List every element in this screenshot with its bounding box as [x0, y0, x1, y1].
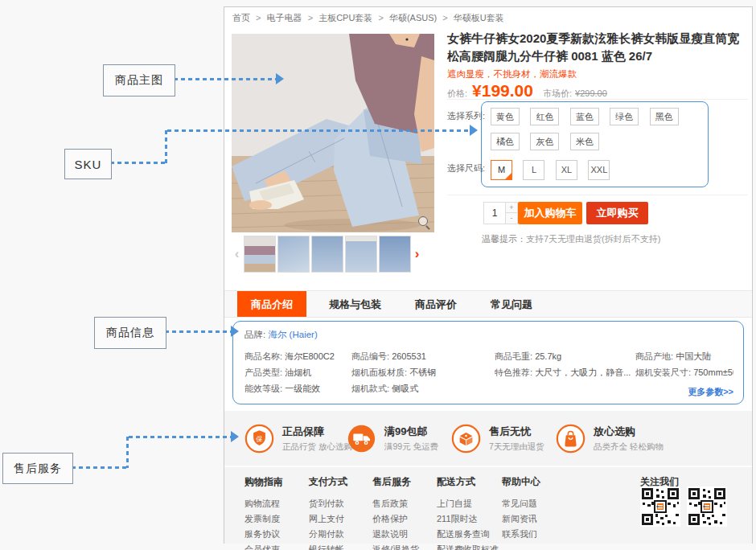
series-option[interactable]: 橘色 — [491, 133, 520, 150]
footer-col-after-sale: 售后服务 售后政策 价格保护 退款说明 返修/退换货 取消订单 — [372, 475, 419, 550]
detail-tabbar: 商品介绍 规格与包装 商品评价 常见问题 — [224, 290, 752, 318]
brand-link[interactable]: 海尔 (Haier) — [268, 330, 317, 339]
annotation-arrowhead — [231, 326, 239, 337]
market-price-value: ¥299.00 — [575, 88, 607, 98]
price-row: 价格: ¥199.00 市场价: ¥299.00 — [447, 81, 607, 101]
footer-col-shopping-guide: 购物指南 购物流程 发票制度 服务协议 会员优惠 — [244, 475, 283, 550]
annotation-product-info: 商品信息 — [94, 317, 166, 349]
product-main-image[interactable] — [232, 34, 434, 232]
footer-link[interactable]: 211限时达 — [437, 511, 499, 527]
magnifier-icon[interactable] — [417, 215, 431, 229]
footer-link[interactable]: 上门自提 — [437, 496, 499, 511]
footer-link[interactable]: 配送费收取标准 — [437, 542, 499, 550]
footer-link[interactable]: 新闻资讯 — [502, 511, 540, 527]
return-box-icon — [451, 424, 481, 454]
size-option[interactable]: XL — [556, 160, 577, 180]
series-option[interactable]: 黑色 — [650, 108, 679, 125]
thumbnail-2[interactable] — [277, 236, 310, 273]
series-option[interactable]: 蓝色 — [570, 108, 599, 125]
product-info-box: 品牌: 海尔 (Haier) 商品名称: 海尔E800C2 商品编号: 2605… — [232, 321, 744, 404]
breadcrumb-item[interactable]: 主板CPU套装 — [318, 13, 372, 23]
thumbs-next-icon[interactable]: › — [411, 246, 423, 262]
thumbnail-5[interactable] — [379, 236, 411, 273]
footer-link[interactable]: 银行转帐 — [309, 542, 347, 550]
footer-col-help: 帮助中心 常见问题 新闻资讯 联系我们 — [502, 475, 540, 542]
footer-link[interactable]: 常见问题 — [502, 496, 540, 511]
thumbs-prev-icon[interactable]: ‹ — [232, 246, 242, 262]
annotation-arrowhead — [276, 73, 284, 84]
series-option[interactable]: 绿色 — [610, 108, 639, 125]
footer-col-payment: 支付方式 货到付款 网上支付 分期付款 银行转帐 — [309, 475, 347, 550]
attribute: 烟机安装尺寸: 750mm±50mm（烟... — [635, 364, 733, 380]
series-option[interactable]: 红色 — [530, 108, 559, 125]
service-desc: 7天无理由退货 — [489, 441, 544, 453]
footer-link[interactable]: 退款说明 — [372, 527, 419, 542]
size-label: 选择尺码: — [447, 162, 485, 174]
thumbnail-1[interactable] — [244, 236, 276, 273]
footer-link[interactable]: 价格保护 — [372, 511, 419, 527]
annotation-arrow-line — [165, 330, 232, 333]
annotation-arrow-line — [110, 162, 166, 164]
tab-reviews[interactable]: 商品评价 — [404, 291, 468, 317]
quantity-stepper: + - — [483, 202, 518, 224]
service-title: 满99包邮 — [384, 425, 438, 439]
footer-link[interactable]: 发票制度 — [244, 511, 283, 527]
footer-link[interactable]: 购物流程 — [244, 496, 283, 511]
footer-link[interactable]: 服务协议 — [244, 527, 283, 542]
quantity-decrease-icon[interactable]: - — [506, 213, 518, 224]
screenshot-canvas: 首页 > 电子电器 > 主板CPU套装 > 华硕(ASUS) > 华硕板U套装 — [0, 0, 756, 550]
brand-row: 品牌: 海尔 (Haier) — [244, 329, 318, 341]
product-page: 首页 > 电子电器 > 主板CPU套装 > 华硕(ASUS) > 华硕板U套装 — [224, 6, 753, 544]
price-value: ¥199.00 — [472, 81, 533, 101]
footer-link[interactable]: 分期付款 — [309, 527, 347, 542]
footer-link[interactable]: 联系我们 — [502, 527, 540, 542]
tab-product-intro[interactable]: 商品介绍 — [237, 291, 306, 317]
service-desc: 正品行货 放心选购 — [282, 441, 352, 453]
thumbnail-3[interactable] — [311, 236, 343, 273]
footer-link[interactable]: 货到付款 — [309, 496, 347, 511]
quantity-input[interactable] — [483, 202, 506, 224]
breadcrumb-item[interactable]: 电子电器 — [267, 13, 302, 23]
footer-link[interactable]: 网上支付 — [309, 511, 347, 527]
footer-link[interactable]: 配送服务查询 — [437, 527, 499, 542]
footer-link[interactable]: 会员优惠 — [244, 542, 283, 550]
size-option-selected[interactable]: M — [491, 160, 512, 180]
qr-code-2 — [687, 486, 727, 527]
annotation-arrow-line — [167, 129, 470, 132]
footer-link[interactable]: 返修/退换货 — [372, 542, 419, 550]
add-to-cart-button[interactable]: 加入购物车 — [518, 202, 582, 224]
product-photo-illustration — [232, 34, 434, 232]
annotation-arrowhead — [470, 125, 478, 136]
breadcrumb-item[interactable]: 华硕(ASUS) — [389, 13, 437, 23]
size-option[interactable]: L — [523, 160, 544, 180]
bag-icon — [556, 424, 585, 454]
tab-faq[interactable]: 常见问题 — [479, 291, 544, 317]
annotation-arrow-line — [174, 78, 277, 80]
annotation-main-image: 商品主图 — [103, 64, 175, 96]
series-option[interactable]: 灰色 — [530, 133, 559, 150]
tips-text: 支持7天无理由退货(拆封后不支持) — [526, 234, 660, 244]
attribute: 烟机款式: 侧吸式 — [351, 380, 495, 396]
service-title: 放心选购 — [594, 425, 664, 439]
more-params-link[interactable]: 更多参数>> — [688, 386, 733, 398]
attribute: 能效等级: 一级能效 — [244, 380, 351, 396]
series-options: 黄色 红色 蓝色 绿色 黑色 橘色 灰色 米色 — [491, 108, 713, 158]
service-easy-buy: 放心选购 品类齐全 轻松购物 — [556, 424, 664, 454]
size-option[interactable]: XXL — [588, 160, 610, 180]
series-option[interactable]: 黄色 — [491, 108, 520, 125]
footer-link[interactable]: 售后政策 — [372, 496, 419, 511]
quantity-increase-icon[interactable]: + — [506, 202, 518, 213]
breadcrumb-item[interactable]: 首页 — [232, 13, 250, 23]
thumbnail-4[interactable] — [345, 236, 377, 273]
buy-now-button[interactable]: 立即购买 — [586, 202, 648, 224]
breadcrumb-separator: > — [308, 13, 313, 23]
service-desc: 满99元 免运费 — [384, 441, 438, 453]
footer-col-delivery: 配送方式 上门自提 211限时达 配送服务查询 配送费收取标准 海外配送 — [437, 475, 499, 550]
tab-spec-package[interactable]: 规格与包装 — [318, 291, 392, 317]
service-shipping: 满99包邮 满99元 免运费 — [347, 424, 438, 454]
product-summary: 女裤牛仔裤女2020夏季新款泫雅长裤女韩版显瘦直筒宽松高腰阔腿九分牛仔裤 008… — [447, 7, 748, 289]
breadcrumb-separator: > — [378, 13, 383, 23]
series-option[interactable]: 米色 — [570, 133, 599, 150]
attribute: 商品编号: 2605531 — [351, 348, 495, 364]
service-after-sale: 售后无忧 7天无理由退货 — [451, 424, 544, 454]
